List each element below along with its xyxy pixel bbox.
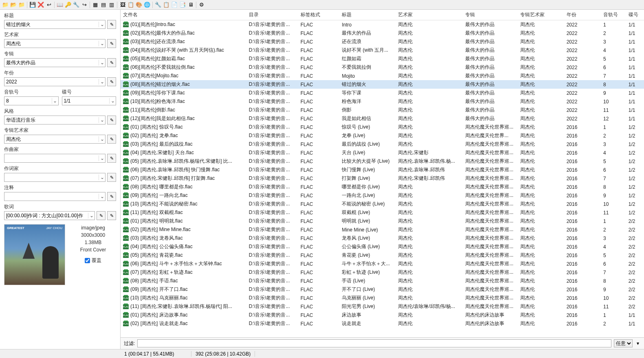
toolbar-icon-4[interactable]: ❌	[37, 1, 44, 9]
year-edit-button[interactable]: ✎	[107, 77, 116, 86]
toolbar-icon-8[interactable]: 🔧	[73, 1, 80, 9]
chevron-down-icon[interactable]: ⌄	[99, 136, 105, 142]
table-row[interactable]: FLAC(07) [周杰伦] 彩虹＋轨迹.flacD:\音乐\老黄的音...FL…	[121, 268, 644, 277]
filter-scope[interactable]: 任意	[614, 339, 633, 347]
chevron-down-icon[interactable]: ⌄	[88, 213, 95, 218]
toolbar-icon-10[interactable]: ▦	[92, 1, 99, 9]
table-row[interactable]: FLAC(01) [周杰伦] 惊叹号.flacD:\音乐\老黄的音...FLAC…	[121, 123, 644, 131]
toolbar-icon-12[interactable]: ▥	[108, 1, 115, 9]
title-edit-button[interactable]: ✎	[107, 20, 116, 29]
table-row[interactable]: FLAC(09)[周杰伦]等你下课.flacD:\音乐\老黄的音...FLAC等…	[121, 89, 644, 97]
table-row[interactable]: FLAC(06)[周杰伦]不爱我就拉倒.flacD:\音乐\老黄的音...FLA…	[121, 63, 644, 72]
chevron-down-icon[interactable]: ⌄	[99, 155, 105, 161]
lyrics-edit-button[interactable]: ✎	[107, 211, 116, 220]
table-row[interactable]: FLAC(01)[周杰伦]Intro.flacD:\音乐\老黄的音...FLAC…	[121, 20, 644, 29]
table-row[interactable]: FLAC(04)[周杰伦]说好不哭 (with 五月天阿信).flacD:\音乐…	[121, 46, 644, 55]
column-album_artist[interactable]: 专辑艺术家	[518, 10, 564, 20]
table-row[interactable]: FLAC(08)[周杰伦]错过的烟火.flacD:\音乐\老黄的音...FLAC…	[121, 80, 644, 89]
album-artist-input[interactable]: 周杰伦⌄	[4, 135, 106, 144]
column-format[interactable]: 标签格式	[298, 10, 339, 20]
toolbar-icon-19[interactable]: 📄	[171, 1, 178, 9]
toolbar-icon-3[interactable]: 💾	[29, 1, 36, 9]
chevron-down-icon[interactable]: ⌄	[99, 117, 105, 123]
album-cover[interactable]: GREATEST JAY CHOU	[4, 224, 65, 285]
lyrics-expand-button[interactable]: ✎	[97, 211, 106, 220]
table-row[interactable]: FLAC(08) [周杰伦] 哪里都是你.flacD:\音乐\老黄的音...FL…	[121, 183, 644, 191]
artist-input[interactable]: 周杰伦⌄	[4, 39, 106, 48]
chevron-down-icon[interactable]: ⌄	[109, 98, 116, 104]
chevron-down-icon[interactable]: ⌄	[52, 98, 58, 104]
artist-edit-button[interactable]: ✎	[107, 39, 116, 48]
composer-input[interactable]: ⌄	[4, 154, 106, 163]
table-row[interactable]: FLAC(02) [周杰伦] 龙拳.flacD:\音乐\老黄的音...FLAC龙…	[121, 131, 644, 140]
column-album[interactable]: 专辑	[463, 10, 518, 20]
table-row[interactable]: FLAC(04) [周杰伦.宋健彰] 天台.flacD:\音乐\老黄的音...F…	[121, 148, 644, 157]
toolbar-icon-13[interactable]: 🖼	[119, 1, 126, 9]
toolbar-icon-9[interactable]: ↪	[81, 1, 88, 9]
column-dir[interactable]: 目录	[246, 10, 298, 20]
chevron-down-icon[interactable]: ⌄	[99, 79, 105, 85]
overwrite-checkbox[interactable]	[85, 258, 90, 263]
toolbar-icon-15[interactable]: 🎨	[135, 1, 143, 9]
chevron-down-icon[interactable]: ⌄	[99, 41, 105, 46]
table-row[interactable]: FLAC(04) [周杰伦] 公公偏头痛.flacD:\音乐\老黄的音...FL…	[121, 242, 644, 251]
toolbar-icon-0[interactable]: 📁	[2, 1, 9, 9]
toolbar-icon-17[interactable]: 🔧	[154, 1, 162, 9]
table-row[interactable]: FLAC(03) [周杰伦] 最后的战役.flacD:\音乐\老黄的音...FL…	[121, 140, 644, 148]
toolbar-icon-22[interactable]: ⚙	[198, 1, 205, 9]
table-row[interactable]: FLAC(07)[周杰伦]Mojito.flacD:\音乐\老黄的音...FLA…	[121, 72, 644, 80]
table-row[interactable]: FLAC(05) [周杰伦] 青花瓷.flacD:\音乐\老黄的音...FLAC…	[121, 251, 644, 260]
year-input[interactable]: 2022⌄	[4, 77, 106, 86]
column-title[interactable]: 标题	[339, 10, 396, 20]
toolbar-icon-18[interactable]: 📋	[163, 1, 170, 9]
toolbar-icon-7[interactable]: 🔑	[64, 1, 72, 9]
table-row[interactable]: FLAC(10) [周杰伦] 不能说的秘密.flacD:\音乐\老黄的音...F…	[121, 200, 644, 208]
table-row[interactable]: FLAC(09) [周杰伦] 一路向北.flacD:\音乐\老黄的音...FLA…	[121, 191, 644, 200]
lyricist-edit-button[interactable]: ✎	[107, 173, 116, 182]
chevron-down-icon[interactable]: ⌄	[99, 60, 105, 65]
table-row[interactable]: FLAC(09) [周杰伦] 开不了口.flacD:\音乐\老黄的音...FLA…	[121, 285, 644, 294]
toolbar-icon-2[interactable]: 📁	[18, 1, 25, 9]
genre-edit-button[interactable]: ✎	[107, 116, 116, 124]
table-row[interactable]: FLAC(08) [周杰伦] 手语.flacD:\音乐\老黄的音...FLAC手…	[121, 277, 644, 285]
table-row[interactable]: FLAC(10)[周杰伦]粉色海洋.flacD:\音乐\老黄的音...FLAC粉…	[121, 97, 644, 106]
column-year[interactable]: 年份	[564, 10, 601, 20]
album-artist-edit-button[interactable]: ✎	[107, 135, 116, 144]
chevron-down-icon[interactable]: ⌄	[99, 175, 105, 180]
toolbar-icon-20[interactable]: 📑	[179, 1, 186, 9]
table-row[interactable]: FLAC(02)[周杰伦]最伟大的作品.flacD:\音乐\老黄的音...FLA…	[121, 29, 644, 37]
column-filename[interactable]: 文件名	[121, 10, 246, 20]
table-row[interactable]: FLAC(06) [周杰伦.袁咏琳.邱凯伟] 快门慢舞.flacD:\音乐\老黄…	[121, 166, 644, 174]
toolbar-icon-21[interactable]: 🖥	[187, 1, 194, 9]
comment-edit-button[interactable]: ✎	[107, 192, 116, 201]
column-artist[interactable]: 艺术家	[396, 10, 463, 20]
table-row[interactable]: FLAC(12)[周杰伦]我是如此相信.flacD:\音乐\老黄的音...FLA…	[121, 114, 644, 123]
table-row[interactable]: FLAC(03)[周杰伦]还在流浪.flacD:\音乐\老黄的音...FLAC还…	[121, 37, 644, 46]
album-input[interactable]: 最伟大的作品⌄	[4, 58, 106, 67]
album-edit-button[interactable]: ✎	[107, 58, 116, 67]
track-input[interactable]: 8⌄	[4, 96, 59, 105]
disc-input[interactable]: 1/1⌄	[62, 96, 116, 105]
table-row[interactable]: FLAC(01) [周杰伦] 明明就.flacD:\音乐\老黄的音...FLAC…	[121, 217, 644, 225]
toolbar-icon-1[interactable]: 📂	[10, 1, 17, 9]
table-row[interactable]: FLAC(07) [周杰伦.宋健彰.邱凯伟] 打架舞.flacD:\音乐\老黄的…	[121, 174, 644, 183]
column-track[interactable]: 音轨号	[601, 10, 626, 20]
toolbar-icon-14[interactable]: 📋	[127, 1, 134, 9]
table-row[interactable]: FLAC(02) [周杰伦] 说走就走.flacD:\音乐\老黄的音...FLA…	[121, 319, 644, 328]
filter-input[interactable]	[137, 339, 611, 347]
toolbar-icon-16[interactable]: 🌐	[143, 1, 151, 9]
table-row[interactable]: FLAC(03) [周杰伦] 龙卷风.flacD:\音乐\老黄的音...FLAC…	[121, 234, 644, 242]
table-row[interactable]: FLAC(10) [周杰伦] 乌克丽丽.flacD:\音乐\老黄的音...FLA…	[121, 294, 644, 302]
table-row[interactable]: FLAC(05)[周杰伦]红颜如霜.flacD:\音乐\老黄的音...FLAC红…	[121, 55, 644, 63]
comment-input[interactable]: ⌄	[4, 192, 106, 201]
table-row[interactable]: FLAC(05) [周杰伦.袁咏琳.邱凯伟.杨瑞代.宋健彰] 比...D:\音乐…	[121, 157, 644, 166]
title-input[interactable]: 错过的烟火⌄	[4, 20, 106, 29]
toolbar-icon-5[interactable]: ↩	[45, 1, 53, 9]
lyricist-input[interactable]: ⌄	[4, 173, 106, 182]
table-scroll[interactable]: 文件名目录标签格式标题艺术家专辑专辑艺术家年份音轨号碟号 FLAC(01)[周杰…	[121, 10, 644, 337]
chevron-down-icon[interactable]: ⌄	[99, 194, 105, 199]
table-row[interactable]: FLAC(01) [周杰伦] 床边故事.flacD:\音乐\老黄的音...FLA…	[121, 311, 644, 319]
chevron-down-icon[interactable]: ⌄	[99, 22, 105, 27]
table-row[interactable]: FLAC(02) [周杰伦] Mine Mine.flacD:\音乐\老黄的音.…	[121, 225, 644, 234]
toolbar-icon-11[interactable]: ▤	[100, 1, 107, 9]
